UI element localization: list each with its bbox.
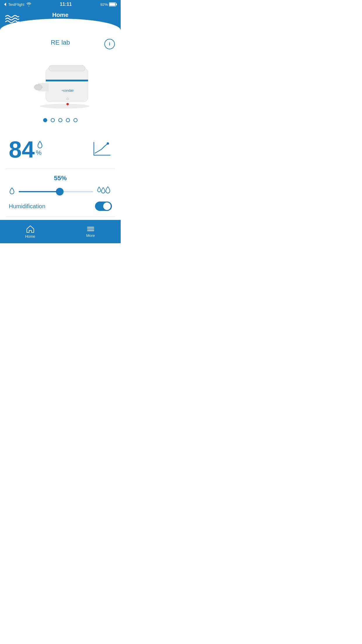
svg-rect-5 [46,68,88,102]
info-button[interactable]: i [104,39,115,49]
drop-icon [36,140,44,150]
carrier-label: TestFlight [8,2,24,7]
humidification-label: Humidification [9,203,45,210]
wifi-icon [26,2,31,6]
divider-2 [6,217,115,217]
carousel-dots [43,118,78,122]
carousel-dot-3[interactable] [66,118,70,122]
status-right: 92% [100,2,117,7]
svg-rect-7 [49,65,85,71]
slider-thumb[interactable] [56,188,64,195]
menu-icon [86,226,95,232]
carousel-dot-2[interactable] [58,118,62,122]
control-percent: 55% [9,174,112,182]
carousel-dot-0[interactable] [43,118,47,122]
chart-button[interactable] [91,140,112,159]
tab-home-label: Home [25,234,35,239]
carousel-dot-4[interactable] [73,118,78,122]
header-title: Home [52,12,68,18]
battery-label: 92% [100,2,108,7]
slider-container[interactable] [19,191,93,192]
svg-rect-2 [110,3,115,6]
header: Home [0,9,121,30]
tab-bar: Home More [0,220,121,243]
tab-more[interactable]: More [60,220,121,243]
slider-min-icon [9,187,15,196]
status-left: TestFlight [3,2,31,7]
status-bar: TestFlight 11:11 92% [0,0,121,9]
humidification-toggle[interactable] [95,202,112,211]
slider-track [19,191,93,192]
device-section: RE lab i ≈condair [6,36,115,135]
home-icon [26,225,35,233]
toggle-row: Humidification [9,202,112,211]
humidity-percent: % [36,150,44,156]
humidity-unit-group: % [36,138,44,156]
humidity-number: 84 [9,138,35,161]
tab-more-label: More [86,233,95,238]
svg-point-10 [34,84,42,90]
svg-text:≈condair: ≈condair [61,89,74,92]
toggle-knob [103,202,111,210]
time-label: 11:11 [60,2,72,7]
svg-point-12 [66,98,69,100]
svg-point-17 [107,142,109,145]
slider-row [9,186,112,197]
svg-marker-0 [4,3,6,6]
device-image: ≈condair [20,49,101,113]
battery-icon [109,2,117,6]
control-section: 55% [6,169,115,217]
svg-point-4 [40,104,89,108]
humidity-section: 84 % [6,135,115,168]
svg-point-13 [66,103,69,105]
humidity-value: 84 % [9,138,44,161]
device-name: RE lab [51,39,70,46]
tab-home[interactable]: Home [0,220,60,243]
slider-fill [19,191,60,192]
back-icon [3,2,6,6]
carousel-dot-1[interactable] [51,118,55,122]
device-illustration: ≈condair [22,52,98,111]
svg-rect-6 [46,80,88,81]
slider-max-icon [97,186,112,197]
svg-rect-3 [116,4,117,5]
main-content: RE lab i ≈condair [0,30,121,217]
